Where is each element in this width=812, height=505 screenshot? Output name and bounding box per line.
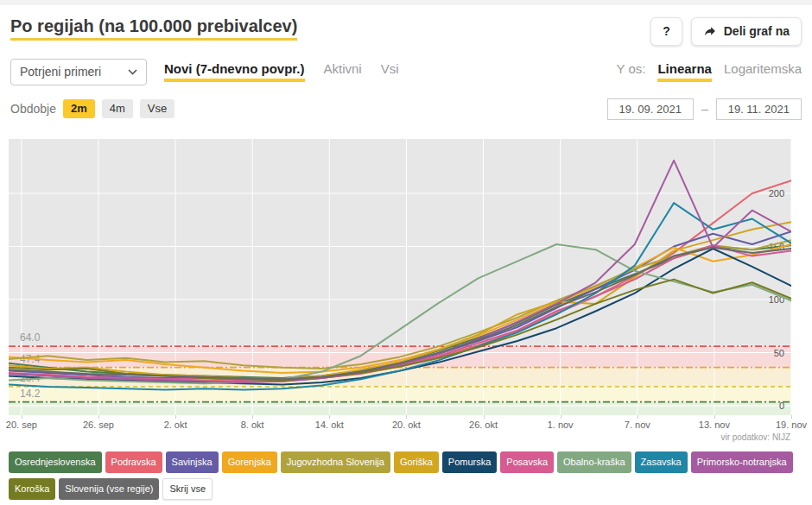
chart-area: 64.047.426.414.2050100150200 20. sep26. … (0, 139, 812, 445)
y-axis-switch: Y os: Linearna Logaritemska (617, 61, 802, 82)
metric-select-value: Potrjeni primeri (20, 65, 101, 79)
hide-all-button[interactable]: Skrij vse (162, 478, 213, 500)
x-axis-tick (484, 415, 485, 419)
region-toggle-podravska[interactable]: Podravska (105, 451, 162, 473)
phase-line-label: 64.0 (20, 331, 41, 344)
period-row: Obdobje 2m 4m Vse 19. 09. 2021 – 19. 11.… (0, 85, 812, 120)
x-axis-tick (791, 415, 792, 419)
chart-plot[interactable]: 64.047.426.414.2050100150200 (9, 139, 791, 415)
region-toggle-pomurska[interactable]: Pomurska (442, 451, 498, 473)
help-button[interactable]: ? (650, 17, 682, 46)
x-axis-tick (22, 415, 22, 419)
chevron-down-icon (128, 69, 137, 75)
region-toggle-primorsko-notranjska[interactable]: Primorsko-notranjska (691, 451, 793, 473)
x-axis-tick-label: 20. sep (6, 420, 37, 430)
x-axis-tick (406, 415, 407, 419)
region-toggle-slovenija-vse-regije[interactable]: Slovenija (vse regije) (59, 478, 159, 500)
tab-aktivni[interactable]: Aktivni (324, 61, 362, 76)
metric-select[interactable]: Potrjeni primeri (10, 59, 147, 85)
y-axis-tick-label: 50 (774, 347, 784, 357)
x-axis-tick (638, 415, 638, 419)
y-axis-linear[interactable]: Linearna (657, 61, 712, 82)
header-buttons: ? Deli graf na (650, 17, 802, 46)
data-source-note: vir podatkov: NIJZ (0, 432, 812, 445)
date-to-input[interactable]: 19. 11. 2021 (716, 98, 802, 120)
y-axis-tick-label: 200 (769, 188, 784, 199)
tab-novi-7dnevno[interactable]: Novi (7-dnevno povpr.) (164, 61, 305, 82)
region-toggle-posavska[interactable]: Posavska (500, 451, 554, 473)
x-axis-tick (98, 415, 99, 419)
share-button[interactable]: Deli graf na (691, 17, 802, 46)
region-toggle-savinjska[interactable]: Savinjska (166, 451, 219, 473)
date-from-input[interactable]: 19. 09. 2021 (607, 98, 694, 120)
x-axis-tick-label: 7. nov (625, 420, 650, 430)
region-toggle-koro-ka[interactable]: Koroška (9, 478, 55, 500)
x-axis-tick-label: 20. okt (392, 420, 421, 430)
page-title: Po regijah (na 100.000 prebivalcev) (10, 16, 297, 36)
x-axis-tick-label: 13. nov (699, 420, 730, 430)
date-range: 19. 09. 2021 – 19. 11. 2021 (607, 98, 802, 120)
phase-band (9, 401, 791, 414)
display-type-tabs: Novi (7-dnevno povpr.) Aktivni Vsi (164, 61, 399, 82)
page-title-text: Po regijah (na 100.000 prebivalcev) (10, 16, 297, 41)
region-toggle-osrednjeslovenska[interactable]: Osrednjeslovenska (9, 451, 102, 473)
x-axis-tick (329, 415, 330, 419)
region-toggle-jugovzhodna-slovenija[interactable]: Jugovzhodna Slovenija (281, 451, 390, 473)
region-toggle-gori-ka[interactable]: Goriška (394, 451, 439, 473)
x-axis-tick-label: 26. okt (469, 420, 498, 430)
period-label: Obdobje (10, 102, 56, 116)
header: Po regijah (na 100.000 prebivalcev) ? De… (0, 5, 812, 47)
x-axis-tick-label: 8. okt (241, 420, 264, 430)
x-axis-tick-label: 26. sep (83, 420, 114, 430)
period-2m[interactable]: 2m (63, 99, 95, 118)
date-range-separator: – (701, 102, 708, 116)
share-icon (703, 25, 717, 37)
x-axis-tick-label: 1. nov (548, 420, 574, 430)
x-axis-tick (714, 415, 715, 419)
share-button-label: Deli graf na (724, 24, 790, 39)
chart-svg: 64.047.426.414.2050100150200 (9, 139, 791, 415)
period-vse[interactable]: Vse (140, 99, 174, 118)
region-legend: OsrednjeslovenskaPodravskaSavinjskaGoren… (0, 445, 812, 500)
y-axis-label: Y os: (617, 61, 646, 76)
y-axis-logarithmic[interactable]: Logaritemska (724, 61, 802, 76)
x-axis-tick (252, 415, 253, 419)
x-axis-tick-label: 14. okt (315, 420, 344, 430)
x-axis-labels: 20. sep26. sep2. okt8. okt14. okt20. okt… (9, 415, 791, 432)
x-axis-tick (561, 415, 561, 419)
x-axis-tick (175, 415, 176, 419)
region-toggle-obalno-kra-ka[interactable]: Obalno-kraška (557, 451, 631, 473)
x-axis-tick-label: 19. nov (776, 420, 807, 430)
region-toggle-gorenjska[interactable]: Gorenjska (222, 451, 277, 473)
y-axis-tick-label: 0 (779, 401, 784, 411)
period-4m[interactable]: 4m (102, 99, 133, 118)
x-axis-tick-label: 2. okt (164, 420, 187, 430)
region-toggle-zasavska[interactable]: Zasavska (635, 451, 688, 473)
phase-line-label: 14.2 (20, 388, 41, 400)
tab-vsi[interactable]: Vsi (381, 61, 399, 76)
controls-row: Potrjeni primeri Novi (7-dnevno povpr.) … (0, 47, 812, 85)
